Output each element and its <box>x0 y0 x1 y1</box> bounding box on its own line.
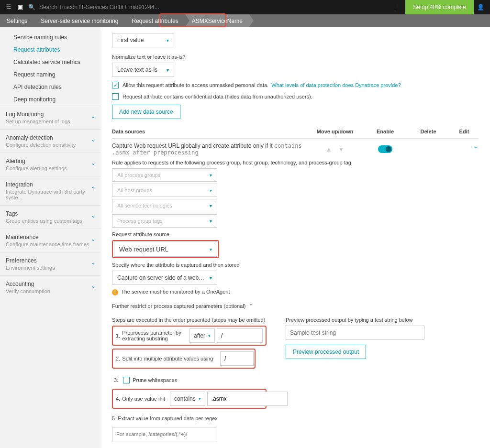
sidebar-group[interactable]: PreferencesEnvironment settings⌄ <box>0 252 100 275</box>
add-data-source-button[interactable]: Add new data source <box>112 105 180 119</box>
sidebar-item-calc-metrics[interactable]: Calculated service metrics <box>0 56 100 68</box>
crumb-settings[interactable]: Settings <box>0 14 34 27</box>
host-groups-select[interactable]: All host groups▾ <box>112 184 217 197</box>
sidebar-group[interactable]: IntegrationIntegrate Dynatrace with 3rd … <box>0 176 100 205</box>
step2-label: Split into multiple attribute values usi… <box>122 356 218 361</box>
normalize-select[interactable]: Leave text as-is▾ <box>112 63 174 77</box>
crumb-req-attr[interactable]: Request attributes <box>125 14 185 27</box>
allow-personal-checkbox[interactable] <box>112 82 119 88</box>
step3-checkbox[interactable] <box>123 377 130 383</box>
scope-label: Rule applies to requests of the followin… <box>112 160 479 165</box>
data-sources-header: Data sources Move up/down Enable Delete … <box>112 125 479 139</box>
preview-label: Preview processed output by typing a tes… <box>286 317 479 323</box>
chevron-down-icon: ⌄ <box>91 160 96 166</box>
sidebar-item-deep-monitoring[interactable]: Deep monitoring <box>0 93 100 106</box>
protection-link[interactable]: What levels of data protection does Dyna… <box>271 82 401 88</box>
step4-select[interactable]: contains▾ <box>170 392 205 406</box>
sidebar-item-api-detection[interactable]: API detection rules <box>0 81 100 93</box>
sidebar-group[interactable]: TagsGroup entities using custom tags⌄ <box>0 205 100 229</box>
step1-label: Preprocess parameter by extracting subst… <box>122 330 188 341</box>
chevron-down-icon: ⌄ <box>91 236 96 242</box>
user-icon[interactable]: 👤 <box>474 0 487 14</box>
step4-input[interactable] <box>207 392 288 406</box>
preview-button[interactable]: Preview processed output <box>286 345 366 359</box>
step2-input[interactable] <box>220 351 254 366</box>
chevron-down-icon: ⌄ <box>91 283 96 289</box>
confidential-label: Request attribute contains confidential … <box>122 94 312 99</box>
step3-label: Prune whitespaces <box>133 377 265 383</box>
capture-label: Specify where the attribute is captured … <box>112 262 479 268</box>
regex-input[interactable] <box>112 427 217 441</box>
source-label: Request attribute source <box>112 231 479 237</box>
sidebar-group[interactable]: AlertingConfigure alerting settings⌄ <box>0 153 100 176</box>
allow-personal-label: Allow this request attribute to access u… <box>122 82 268 88</box>
sidebar-group[interactable]: Anomaly detectionConfigure detection sen… <box>0 129 100 153</box>
source-select[interactable]: Web request URL▾ <box>114 241 217 257</box>
chevron-down-icon: ▾ <box>167 38 169 43</box>
process-groups-select[interactable]: All process groups▾ <box>112 168 217 182</box>
chevron-down-icon: ▾ <box>167 67 169 73</box>
sidebar-item-request-attributes[interactable]: Request attributes <box>0 44 100 56</box>
restrict-label: Further restrict or process captured par… <box>112 303 245 309</box>
top-bar: ☰ ▣ 🔍 Search Triscon IT-Services GmbH: m… <box>0 0 490 14</box>
menu-icon[interactable]: ☰ <box>3 1 14 13</box>
step4-label: Only use value if it <box>122 396 165 402</box>
collapse-restrict-icon[interactable]: ⌃ <box>249 303 253 309</box>
breadcrumb: Settings Server-side service monitoring … <box>0 14 490 27</box>
move-down-icon[interactable]: ▼ <box>338 145 345 153</box>
crumb-current[interactable]: ASMXServiceName <box>185 14 249 27</box>
aggregation-select[interactable]: First value▾ <box>112 33 174 47</box>
step1-select[interactable]: after▾ <box>189 328 215 343</box>
chevron-down-icon: ⌄ <box>91 183 96 190</box>
confidential-checkbox[interactable] <box>112 93 119 100</box>
sidebar-item-naming[interactable]: Service naming rules <box>0 31 100 44</box>
rule-text: Capture Web request URL globally and cre… <box>112 142 274 149</box>
search-input[interactable]: Search Triscon IT-Services GmbH: mid9124… <box>39 4 395 11</box>
sidebar-group[interactable]: Log MonitoringSet up management of logs⌄ <box>0 106 100 129</box>
capture-info: The service must be monitored by a OneAg… <box>121 289 230 295</box>
technologies-select[interactable]: All service technologies▾ <box>112 199 217 212</box>
step5-label: 5. Extract value from captured data per … <box>112 415 267 421</box>
main-content: First value▾ Normalize text or leave it … <box>100 27 490 448</box>
preview-input[interactable] <box>286 326 424 340</box>
sidebar: Service naming rules Request attributes … <box>0 27 100 448</box>
chevron-down-icon: ⌄ <box>91 136 96 143</box>
pg-tags-select[interactable]: Process group tags▾ <box>112 214 217 228</box>
steps-intro: Steps are executed in the order presente… <box>112 317 267 323</box>
chevron-down-icon: ⌄ <box>91 259 96 266</box>
move-up-icon[interactable]: ▲ <box>325 145 332 153</box>
step1-input[interactable] <box>217 328 263 343</box>
crumb-ssm[interactable]: Server-side service monitoring <box>34 14 125 27</box>
chevron-down-icon: ⌄ <box>91 113 96 120</box>
normalize-label: Normalize text or leave it as-is? <box>112 54 479 60</box>
sidebar-group[interactable]: AccountingVerify consumption⌄ <box>0 275 100 299</box>
search-icon[interactable]: 🔍 <box>26 1 37 13</box>
info-icon: ! <box>112 289 118 295</box>
rule-row: Capture Web request URL globally and cre… <box>112 139 479 448</box>
capture-select[interactable]: Capture on server side of a web reque...… <box>112 271 217 285</box>
collapse-icon[interactable]: ⌃ <box>473 145 479 153</box>
chevron-down-icon: ⌄ <box>91 212 96 219</box>
dropdown-icon[interactable] <box>395 4 401 11</box>
sidebar-item-request-naming[interactable]: Request naming <box>0 68 100 81</box>
dashboard-icon[interactable]: ▣ <box>14 1 26 13</box>
sidebar-group[interactable]: MaintenanceConfigure maintenance time fr… <box>0 229 100 252</box>
setup-progress[interactable]: Setup 40% complete <box>405 0 474 14</box>
enable-toggle[interactable] <box>378 145 392 153</box>
